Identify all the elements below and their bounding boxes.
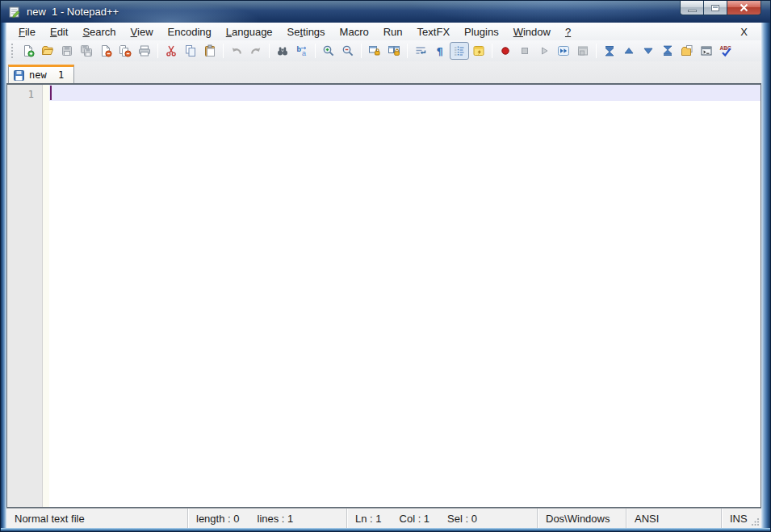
nav-last-button[interactable] [658, 42, 677, 60]
macro-record-button[interactable] [496, 42, 515, 60]
save-all-button[interactable] [77, 42, 96, 60]
menu-edit[interactable]: Edit [43, 24, 75, 40]
close-file-button[interactable] [96, 42, 115, 60]
toolbar-separator [361, 44, 362, 58]
menu-file[interactable]: File [11, 24, 43, 40]
paste-button[interactable] [200, 42, 220, 60]
macro-stop-icon [518, 44, 531, 57]
undo-icon [230, 44, 243, 57]
find-binoculars-icon [276, 44, 289, 57]
status-cursor-position: Ln : 1 Col : 1 Sel : 0 [347, 509, 538, 528]
menu-run[interactable]: Run [376, 24, 410, 40]
tab-bar: new 1 [6, 61, 761, 83]
open-file-button[interactable] [38, 42, 57, 60]
word-wrap-button[interactable] [411, 42, 430, 60]
maximize-button[interactable] [703, 1, 727, 15]
toolbar-grip[interactable] [11, 44, 15, 58]
zoom-in-button[interactable] [319, 42, 338, 60]
menu-view[interactable]: View [124, 24, 161, 40]
status-length: length : 0 [196, 513, 240, 525]
notepad-plus-plus-window: new 1 - Notepad++ File Edit Search V [0, 0, 771, 532]
svg-text:¶: ¶ [437, 45, 443, 57]
nav-previous-button[interactable] [619, 42, 639, 60]
zoom-out-icon [342, 44, 354, 57]
menu-encoding[interactable]: Encoding [161, 24, 219, 40]
menu-search[interactable]: Search [75, 24, 123, 40]
replace-button[interactable]: b a [292, 42, 312, 60]
save-file-button[interactable] [57, 42, 77, 60]
print-button[interactable] [135, 42, 154, 60]
nav-previous-icon [622, 44, 635, 57]
editor: 1 [6, 83, 761, 508]
status-length-lines: length : 0 lines : 1 [188, 509, 347, 528]
macro-record-icon [499, 44, 512, 57]
cut-button[interactable] [161, 42, 181, 60]
window-border-right [761, 23, 770, 528]
status-doc-type: Normal text file [6, 509, 188, 528]
minimize-button[interactable] [680, 1, 704, 15]
console-button[interactable] [697, 42, 716, 60]
find-button[interactable] [273, 42, 292, 60]
macro-playback-button[interactable] [534, 42, 554, 60]
nav-next-icon [642, 44, 655, 57]
open-folder-icon [41, 44, 54, 57]
status-selection: Sel : 0 [447, 513, 477, 525]
macro-save-button[interactable] [573, 42, 593, 60]
spell-check-button[interactable]: ABC [716, 42, 735, 60]
tab-label: new 1 [29, 69, 64, 81]
saved-floppy-icon [14, 70, 24, 81]
line-number-margin[interactable]: 1 [7, 85, 43, 507]
status-eol-format[interactable]: Dos\Windows [538, 509, 626, 528]
sync-scroll-horizontal-button[interactable] [384, 42, 404, 60]
menu-bar: File Edit Search View Encoding Language … [6, 23, 761, 40]
menu-textfx[interactable]: TextFX [410, 24, 457, 40]
explorer-button[interactable] [677, 42, 697, 60]
new-file-button[interactable] [19, 42, 38, 60]
window-controls [681, 1, 761, 15]
toolbar-separator [407, 44, 408, 58]
status-encoding[interactable]: ANSI [626, 509, 722, 528]
redo-button[interactable] [246, 42, 266, 60]
status-bar: Normal text file length : 0 lines : 1 Ln… [6, 508, 761, 528]
zoom-out-button[interactable] [338, 42, 358, 60]
show-indent-guide-button[interactable] [450, 42, 469, 60]
resize-grip[interactable] [751, 517, 760, 526]
menu-window[interactable]: Window [506, 24, 558, 40]
cut-icon [165, 44, 178, 57]
menu-help[interactable]: ? [558, 24, 578, 40]
window-title: new 1 - Notepad++ [27, 6, 119, 18]
current-line-highlight [49, 85, 761, 101]
zoom-in-icon [322, 44, 335, 57]
copy-button[interactable] [181, 42, 200, 60]
spell-check-icon: ABC [719, 44, 732, 57]
pilcrow-icon: ¶ [434, 44, 446, 57]
undo-button[interactable] [227, 42, 246, 60]
macro-run-multiple-button[interactable] [554, 42, 573, 60]
close-button[interactable] [727, 1, 761, 15]
show-all-characters-button[interactable]: ¶ [430, 42, 450, 60]
tab-new-1[interactable]: new 1 [8, 65, 74, 83]
sync-scroll-vertical-button[interactable] [365, 42, 384, 60]
menu-settings[interactable]: Settings [280, 24, 333, 40]
user-defined-dialog-button[interactable] [469, 42, 488, 60]
status-insert-mode[interactable]: INS [722, 509, 761, 528]
line-number: 1 [7, 87, 34, 103]
status-column: Col : 1 [400, 513, 430, 525]
macro-stop-button[interactable] [515, 42, 534, 60]
print-icon [138, 44, 151, 57]
new-file-icon [22, 44, 35, 57]
menu-macro[interactable]: Macro [333, 24, 376, 40]
menu-plugins[interactable]: Plugins [457, 24, 506, 40]
text-caret [50, 86, 52, 100]
close-all-button[interactable] [115, 42, 135, 60]
svg-text:a: a [302, 49, 306, 57]
save-all-icon [80, 44, 93, 57]
title-bar[interactable]: new 1 - Notepad++ [1, 1, 770, 23]
menubar-close-document-button[interactable]: X [736, 25, 752, 39]
text-area[interactable] [49, 85, 761, 507]
menu-language[interactable]: Language [219, 24, 280, 40]
nav-first-button[interactable] [600, 42, 619, 60]
nav-next-button[interactable] [639, 42, 658, 60]
nav-first-icon [603, 44, 616, 57]
bookmark-margin[interactable] [43, 85, 49, 507]
